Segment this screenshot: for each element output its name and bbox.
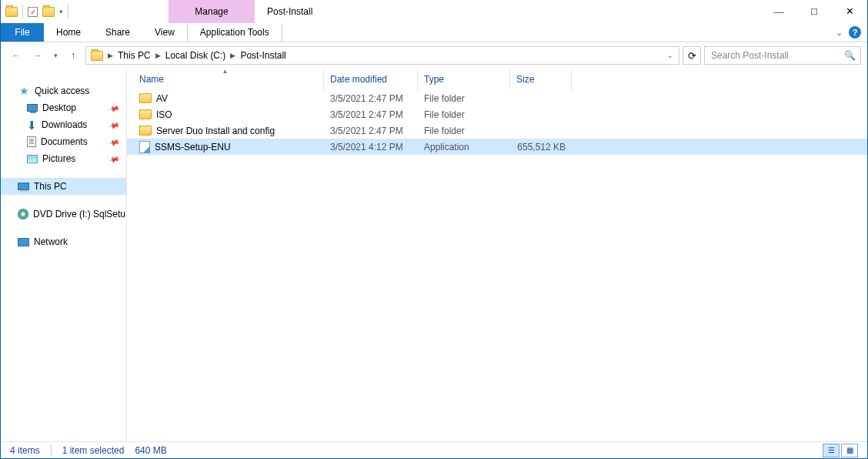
file-name: AV (156, 93, 168, 104)
pin-icon: 📌 (108, 152, 120, 165)
status-item-count: 4 items (10, 445, 40, 456)
nav-this-pc[interactable]: This PC (1, 178, 126, 195)
nav-back-button[interactable]: ← (7, 46, 25, 65)
picture-icon (27, 155, 38, 163)
file-name: ISO (156, 109, 172, 120)
nav-dvd-drive[interactable]: DVD Drive (I:) SqlSetu (1, 206, 126, 223)
ribbon-tabs: File Home Share View Application Tools ⌄… (1, 23, 867, 42)
status-selection-size: 640 MB (135, 445, 166, 456)
file-row[interactable]: SSMS-Setup-ENU3/5/2021 4:12 PMApplicatio… (127, 139, 867, 155)
cell-name: ISO (127, 109, 324, 120)
nav-pictures[interactable]: Pictures 📌 (1, 150, 126, 167)
this-pc-icon (18, 183, 29, 190)
nav-quick-access[interactable]: ★ Quick access (1, 82, 126, 99)
pin-icon: 📌 (108, 119, 120, 131)
cell-date: 3/5/2021 2:47 PM (324, 126, 418, 136)
nav-label: Network (34, 236, 68, 247)
minimize-button[interactable]: — (761, 0, 796, 23)
nav-label: This PC (34, 181, 67, 192)
status-bar: 4 items 1 item selected 640 MB ☰ ▦ (1, 441, 867, 458)
nav-documents[interactable]: Documents 📌 (1, 133, 126, 150)
column-type[interactable]: Type (418, 69, 510, 90)
folder-icon (139, 126, 152, 136)
window-title: Post-Install (255, 0, 312, 23)
breadcrumb-local-disk[interactable]: Local Disk (C:) (162, 47, 229, 64)
address-dropdown-icon[interactable]: ⌄ (663, 52, 677, 59)
separator (51, 445, 52, 456)
column-label: Name (139, 74, 164, 85)
nav-network[interactable]: Network (1, 233, 126, 250)
quick-access-toolbar: ✓ ▾ (1, 0, 68, 23)
ribbon-expand-icon[interactable]: ⌄ (836, 28, 843, 38)
breadcrumb-post-install[interactable]: Post-Install (237, 47, 289, 64)
refresh-button[interactable]: ⟳ (683, 46, 701, 65)
breadcrumb-this-pc[interactable]: This PC (115, 47, 154, 64)
qat-dropdown-icon[interactable]: ▾ (59, 8, 63, 15)
file-rows: AV3/5/2021 2:47 PMFile folderISO3/5/2021… (127, 90, 867, 441)
title-bar: ✓ ▾ Manage Post-Install — □ ✕ (1, 0, 867, 23)
cell-date: 3/5/2021 2:47 PM (324, 109, 418, 120)
column-headers: Name ▲ Date modified Type Size (127, 69, 867, 90)
folder-icon (91, 51, 103, 61)
cell-type: File folder (418, 109, 510, 120)
view-details-button[interactable]: ☰ (823, 444, 840, 457)
file-row[interactable]: AV3/5/2021 2:47 PMFile folder (127, 90, 867, 106)
chevron-right-icon[interactable]: ▶ (229, 52, 237, 59)
cell-name: SSMS-Setup-ENU (127, 141, 324, 153)
ribbon-tab-home[interactable]: Home (44, 23, 93, 42)
nav-forward-button: → (28, 46, 47, 65)
cell-name: Server Duo Install and config (127, 126, 324, 136)
file-row[interactable]: Server Duo Install and config3/5/2021 2:… (127, 122, 867, 139)
nav-label: Downloads (42, 119, 87, 130)
app-icon (5, 7, 18, 17)
cell-type: File folder (418, 126, 510, 136)
download-icon: ⬇ (27, 119, 37, 131)
sort-ascending-icon: ▲ (222, 68, 229, 75)
search-icon: 🔍 (844, 50, 856, 61)
new-folder-qat-icon[interactable] (42, 7, 55, 17)
nav-downloads[interactable]: ⬇ Downloads 📌 (1, 116, 126, 133)
nav-label: Documents (41, 136, 88, 147)
search-box[interactable]: 🔍 (704, 46, 861, 65)
column-size[interactable]: Size (510, 69, 572, 90)
column-name[interactable]: Name ▲ (127, 69, 324, 90)
ribbon-contextual-group: Manage (169, 0, 255, 23)
ribbon-tab-share[interactable]: Share (93, 23, 142, 42)
nav-label: DVD Drive (I:) SqlSetu (33, 209, 125, 219)
chevron-right-icon[interactable]: ▶ (106, 52, 115, 59)
desktop-icon (27, 104, 38, 112)
document-icon (27, 136, 36, 147)
folder-icon (139, 93, 152, 103)
title-center: Manage Post-Install (68, 0, 761, 23)
file-list-pane: Name ▲ Date modified Type Size AV3/5/202… (127, 69, 867, 441)
ribbon-tab-file[interactable]: File (1, 23, 44, 42)
ribbon-tab-view[interactable]: View (142, 23, 187, 42)
application-icon (139, 141, 150, 153)
help-icon[interactable]: ? (849, 26, 861, 39)
file-row[interactable]: ISO3/5/2021 2:47 PMFile folder (127, 106, 867, 122)
chevron-right-icon[interactable]: ▶ (154, 52, 162, 59)
cell-size: 655,512 KB (510, 142, 572, 152)
cell-type: File folder (418, 93, 510, 104)
address-bar[interactable]: ▶ This PC ▶ Local Disk (C:) ▶ Post-Insta… (85, 46, 679, 65)
nav-recent-dropdown[interactable]: ▾ (50, 46, 61, 65)
properties-qat-icon[interactable]: ✓ (28, 7, 38, 17)
nav-desktop[interactable]: Desktop 📌 (1, 99, 126, 116)
folder-icon (139, 109, 152, 119)
close-button[interactable]: ✕ (832, 0, 867, 23)
nav-label: Pictures (42, 153, 75, 164)
file-name: Server Duo Install and config (156, 126, 275, 136)
maximize-button[interactable]: □ (796, 0, 832, 23)
navigation-bar: ← → ▾ ↑ ▶ This PC ▶ Local Disk (C:) ▶ Po… (1, 42, 867, 69)
pin-icon: 📌 (108, 136, 120, 148)
status-selection-count: 1 item selected (62, 445, 125, 456)
column-date-modified[interactable]: Date modified (324, 69, 418, 90)
search-input[interactable] (709, 49, 833, 62)
breadcrumb-root[interactable] (88, 47, 106, 64)
nav-label: Quick access (35, 85, 89, 96)
dvd-icon (18, 209, 28, 219)
cell-type: Application (418, 142, 510, 152)
ribbon-tab-application-tools[interactable]: Application Tools (187, 23, 282, 42)
view-large-icons-button[interactable]: ▦ (841, 444, 858, 457)
nav-up-button[interactable]: ↑ (64, 46, 82, 65)
